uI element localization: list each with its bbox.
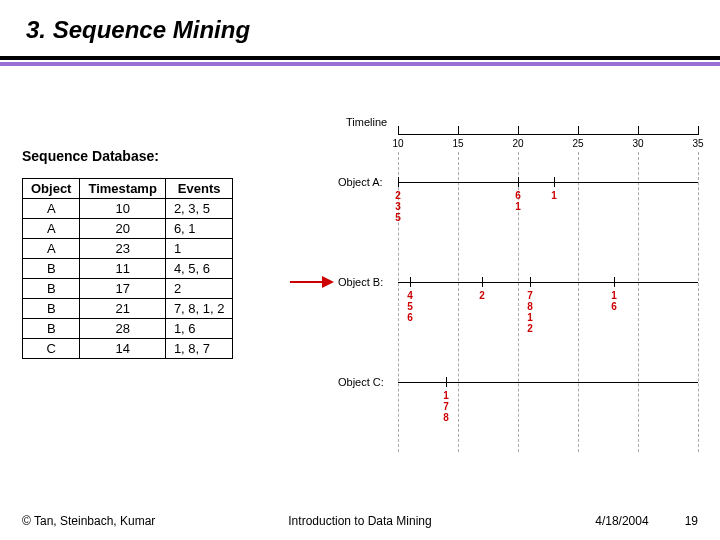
cell-object: A — [23, 239, 80, 259]
event-mark — [482, 277, 483, 287]
cell-timestamp: 28 — [80, 319, 165, 339]
footer-title: Introduction to Data Mining — [288, 514, 431, 528]
cell-timestamp: 21 — [80, 299, 165, 319]
object-label: Object C: — [338, 376, 384, 388]
cell-events: 2, 3, 5 — [165, 199, 233, 219]
event-stack: 456 — [407, 290, 413, 323]
tick-label: 25 — [572, 138, 583, 149]
tick-label: 30 — [632, 138, 643, 149]
arrow-icon — [290, 276, 336, 288]
event-mark — [410, 277, 411, 287]
cell-timestamp: 17 — [80, 279, 165, 299]
event-stack: 61 — [515, 190, 521, 212]
timeline-title: Timeline — [346, 116, 387, 128]
tick-mark — [518, 126, 519, 135]
event-value: 1 — [527, 312, 533, 323]
tick-mark — [578, 126, 579, 135]
event-value: 3 — [395, 201, 401, 212]
event-value: 8 — [443, 412, 449, 423]
slide: 3. Sequence Mining Sequence Database: Ob… — [0, 0, 720, 540]
gridline — [578, 152, 579, 452]
object-timeline — [398, 382, 698, 383]
tick-mark — [458, 126, 459, 135]
cell-timestamp: 20 — [80, 219, 165, 239]
cell-events: 2 — [165, 279, 233, 299]
event-mark — [554, 177, 555, 187]
event-stack: 7812 — [527, 290, 533, 334]
table-row: B172 — [23, 279, 233, 299]
cell-object: A — [23, 219, 80, 239]
event-mark — [446, 377, 447, 387]
footer: © Tan, Steinbach, Kumar Introduction to … — [0, 514, 720, 528]
cell-timestamp: 11 — [80, 259, 165, 279]
object-label: Object B: — [338, 276, 383, 288]
cell-object: C — [23, 339, 80, 359]
footer-page: 19 — [685, 514, 698, 528]
cell-timestamp: 14 — [80, 339, 165, 359]
event-mark — [518, 177, 519, 187]
event-stack: 16 — [611, 290, 617, 312]
object-timeline — [398, 282, 698, 283]
tick-mark — [398, 126, 399, 135]
event-stack: 235 — [395, 190, 401, 223]
table-row: A102, 3, 5 — [23, 199, 233, 219]
event-value: 6 — [611, 301, 617, 312]
cell-timestamp: 10 — [80, 199, 165, 219]
tick-label: 10 — [392, 138, 403, 149]
cell-object: B — [23, 299, 80, 319]
section-subtitle: Sequence Database: — [22, 148, 159, 164]
object-label: Object A: — [338, 176, 383, 188]
event-value: 1 — [551, 190, 557, 201]
page-title: 3. Sequence Mining — [0, 0, 720, 44]
event-mark — [614, 277, 615, 287]
event-value: 7 — [527, 290, 533, 301]
tick-label: 15 — [452, 138, 463, 149]
event-stack: 178 — [443, 390, 449, 423]
cell-events: 7, 8, 1, 2 — [165, 299, 233, 319]
table-row: B281, 6 — [23, 319, 233, 339]
table-row: C141, 8, 7 — [23, 339, 233, 359]
gridline — [698, 152, 699, 452]
event-value: 1 — [443, 390, 449, 401]
title-underline — [0, 56, 720, 66]
cell-timestamp: 23 — [80, 239, 165, 259]
cell-events: 4, 5, 6 — [165, 259, 233, 279]
table-row: B217, 8, 1, 2 — [23, 299, 233, 319]
event-value: 2 — [527, 323, 533, 334]
event-value: 1 — [611, 290, 617, 301]
footer-date: 4/18/2004 — [595, 514, 648, 528]
event-mark — [530, 277, 531, 287]
event-stack: 2 — [479, 290, 485, 301]
footer-copyright: © Tan, Steinbach, Kumar — [22, 514, 155, 528]
event-value: 2 — [395, 190, 401, 201]
tick-mark — [698, 126, 699, 135]
gridline — [458, 152, 459, 452]
cell-object: B — [23, 259, 80, 279]
event-value: 4 — [407, 290, 413, 301]
table-row: A206, 1 — [23, 219, 233, 239]
event-value: 1 — [515, 201, 521, 212]
table-row: A231 — [23, 239, 233, 259]
cell-object: B — [23, 279, 80, 299]
cell-events: 1, 8, 7 — [165, 339, 233, 359]
timeline-axis — [398, 134, 698, 135]
timeline-diagram: Timeline 101520253035 Object A:235611Obj… — [338, 116, 716, 466]
cell-events: 1 — [165, 239, 233, 259]
event-stack: 1 — [551, 190, 557, 201]
object-timeline — [398, 182, 698, 183]
cell-object: A — [23, 199, 80, 219]
event-value: 5 — [407, 301, 413, 312]
col-object: Object — [23, 179, 80, 199]
gridline — [638, 152, 639, 452]
tick-mark — [638, 126, 639, 135]
event-value: 8 — [527, 301, 533, 312]
cell-events: 6, 1 — [165, 219, 233, 239]
event-value: 5 — [395, 212, 401, 223]
cell-object: B — [23, 319, 80, 339]
event-value: 2 — [479, 290, 485, 301]
col-timestamp: Timestamp — [80, 179, 165, 199]
col-events: Events — [165, 179, 233, 199]
cell-events: 1, 6 — [165, 319, 233, 339]
tick-label: 20 — [512, 138, 523, 149]
event-value: 6 — [515, 190, 521, 201]
